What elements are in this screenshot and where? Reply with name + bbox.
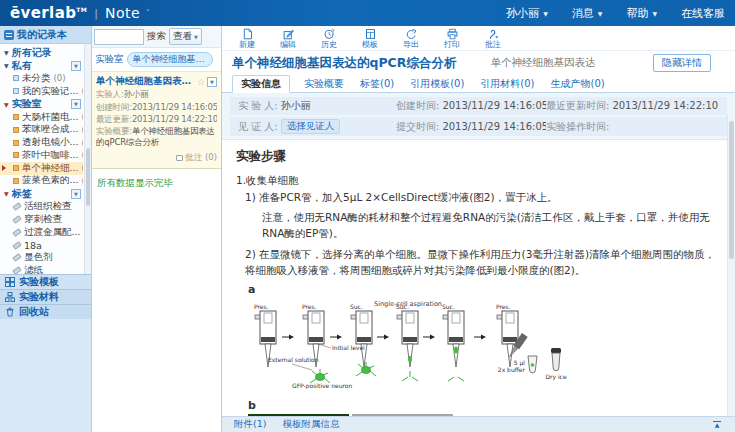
tag-icon bbox=[12, 228, 21, 237]
tree-item-ecoli[interactable]: 大肠杆菌电...(5) bbox=[0, 111, 83, 124]
tree-item-spinach-pigment[interactable]: 菠菜色素的...(1) bbox=[0, 175, 83, 188]
card-created-row: 创建时间:2013/11/29 14:16:05 bbox=[96, 101, 217, 114]
tree-category-private[interactable]: ▼ 私有 ▼ bbox=[0, 59, 83, 72]
card-owner-row: 实验人:孙小丽 bbox=[96, 88, 217, 101]
experiment-card-title[interactable]: 单个神经细胞基因表达... bbox=[96, 75, 195, 88]
tag-item-transition-metal[interactable]: 过渡金属配... bbox=[0, 226, 83, 239]
tag-icon bbox=[12, 266, 21, 274]
help-menu[interactable]: 帮助▼ bbox=[626, 6, 657, 21]
card-annotation-link[interactable]: 批注 (0) bbox=[96, 152, 217, 164]
tab-tags[interactable]: 标签(0) bbox=[358, 76, 396, 92]
tree-item-uncategorized[interactable]: 未分类(0) bbox=[0, 72, 83, 85]
filter-chip[interactable]: 单个神经细胞基因表达 bbox=[127, 52, 213, 67]
attachments-link[interactable]: 附件(1) bbox=[234, 418, 266, 431]
sidebar-header: 我的记录本 bbox=[0, 26, 91, 44]
tree-item-imidazole[interactable]: 苯咪唑合成...(7) bbox=[0, 123, 83, 136]
user-menu[interactable]: 孙小丽▼ bbox=[506, 6, 548, 21]
materials-icon bbox=[5, 292, 15, 302]
single-cell-aspiration-diagram: Single-cell aspiration Pres. Pres. Suc. … bbox=[248, 299, 578, 389]
tag-item-chromogenic[interactable]: 显色剂 bbox=[0, 252, 83, 265]
sidebar-item-recycle-bin[interactable]: 回收站 bbox=[0, 304, 91, 319]
notebook-square-icon bbox=[13, 152, 19, 158]
step-1: 1) 准备PCR管，加入5μL 2×CellsDirect缓冲液(图2)，置于冰… bbox=[236, 190, 721, 206]
history-button[interactable]: 历史 bbox=[316, 28, 342, 50]
new-button[interactable]: 新建 bbox=[234, 28, 260, 50]
tag-item-filter-paper[interactable]: 滤纸 bbox=[0, 264, 83, 274]
category-menu-button[interactable]: ▼ bbox=[71, 99, 81, 109]
online-support-link[interactable]: 在线客服 bbox=[681, 6, 725, 21]
tree-item-tem[interactable]: 透射电镜小...(0) bbox=[0, 136, 83, 149]
tab-cited-templates[interactable]: 引用模板(0) bbox=[408, 76, 466, 92]
svg-text:Suc.: Suc. bbox=[396, 303, 409, 310]
tag-item-puncture[interactable]: 穿刺检查 bbox=[0, 213, 83, 226]
svg-text:Pres.: Pres. bbox=[254, 303, 269, 310]
notebook-tree: ▼ 所有记录 ▼ 私有 ▼ 未分类(0) 我的实验记...(1) ▼ 实验室 ▼ bbox=[0, 44, 91, 274]
view-dropdown[interactable]: 查看▼ bbox=[169, 28, 202, 45]
chevron-down-icon: ▼ bbox=[598, 10, 603, 17]
tag-item-biopsy[interactable]: 活组织检查 bbox=[0, 200, 83, 213]
notebook-square-icon bbox=[13, 127, 19, 133]
everlab-note-app: { "topbar": { "logo": "ēverlab", "tm": "… bbox=[0, 0, 735, 432]
search-input[interactable] bbox=[94, 29, 144, 45]
notebook-square-icon bbox=[13, 114, 19, 120]
star-icon[interactable]: ☆ bbox=[197, 77, 205, 87]
submitted-value: 2013/11/29 14:16:05 bbox=[442, 121, 546, 132]
tab-cited-materials[interactable]: 引用材料(0) bbox=[478, 76, 536, 92]
edit-button[interactable]: 编辑 bbox=[275, 28, 301, 50]
annotate-button[interactable]: 批注 bbox=[480, 28, 506, 50]
template-info-link[interactable]: 模板附属信息 bbox=[282, 418, 339, 431]
detail-tabs: 实验信息 实验概要 标签(0) 引用模板(0) 引用材料(0) 生成产物(0) bbox=[222, 74, 735, 93]
everlab-logo: ēverlabTM bbox=[10, 4, 87, 22]
select-witness-button[interactable]: 选择见证人 bbox=[281, 119, 341, 134]
dry-ice-label: Dry ice bbox=[545, 373, 567, 381]
notebook-icon bbox=[4, 30, 14, 40]
main-scrollbar[interactable] bbox=[727, 115, 735, 416]
trash-icon bbox=[5, 307, 15, 317]
tag-item-18a[interactable]: 18a bbox=[0, 239, 83, 252]
tree-all-records[interactable]: ▼ 所有记录 bbox=[0, 46, 83, 59]
filter-chip-row: 实验室 单个神经细胞基因表达 bbox=[92, 48, 221, 72]
sidebar-scrollbar-thumb[interactable] bbox=[86, 148, 90, 206]
export-button[interactable]: 导出 bbox=[398, 28, 424, 50]
category-menu-button[interactable]: ▼ bbox=[71, 61, 81, 71]
hide-details-button[interactable]: 隐藏详情 bbox=[653, 54, 711, 72]
product-switcher-chevron-icon[interactable]: ˅ bbox=[146, 9, 150, 17]
all-data-loaded-message: 所有数据显示完毕 bbox=[92, 169, 221, 198]
tree-category-lab[interactable]: ▼ 实验室 ▼ bbox=[0, 98, 83, 111]
info-row-2: 见 证 人:选择见证人 提交时间:2013/11/29 14:16:05 实验操… bbox=[230, 117, 727, 136]
tree-category-tags[interactable]: ▼ 标签 ▼ bbox=[0, 187, 83, 200]
experiment-card-selected[interactable]: 单个神经细胞基因表达... ☆ ▼ 实验人:孙小丽 创建时间:2013/11/2… bbox=[92, 72, 221, 169]
messages-menu[interactable]: 消息▼ bbox=[572, 6, 603, 21]
tab-experiment-summary[interactable]: 实验概要 bbox=[302, 76, 346, 92]
search-button[interactable]: 搜索 bbox=[147, 30, 166, 43]
logo-divider: | bbox=[94, 7, 98, 20]
figure-b-label: b bbox=[248, 398, 721, 415]
sidebar-item-materials[interactable]: 实验材料 bbox=[0, 289, 91, 304]
info-row-1: 实 验 人:孙小丽 创建时间:2013/11/29 14:16:05 最近更新时… bbox=[230, 97, 727, 115]
created-value: 2013/11/29 14:16:05 bbox=[442, 100, 546, 111]
page-subtitle: 单个神经细胞基因表达 bbox=[490, 56, 595, 70]
svg-text:2x buffer: 2x buffer bbox=[498, 366, 526, 373]
sidebar-scrollbar[interactable] bbox=[84, 44, 91, 274]
scroll-top-icon[interactable]: ▲ bbox=[711, 421, 723, 428]
triangle-down-icon: ▼ bbox=[4, 101, 9, 108]
owner-value: 孙小丽 bbox=[281, 99, 311, 113]
sidebar-item-templates[interactable]: 实验模板 bbox=[0, 274, 91, 289]
triangle-down-icon: ▼ bbox=[4, 49, 9, 56]
tree-item-single-neuron-selected[interactable]: 单个神经细...(1) bbox=[0, 162, 83, 175]
app-body: 我的记录本 ▼ 所有记录 ▼ 私有 ▼ 未分类(0) 我的实验记...(1) ▼ bbox=[0, 26, 735, 432]
main-scrollbar-thumb[interactable] bbox=[729, 121, 734, 259]
page-title: 单个神经细胞基因表达的qPCR综合分析 bbox=[232, 55, 456, 72]
experiment-info-panel: 实 验 人:孙小丽 创建时间:2013/11/29 14:16:05 最近更新时… bbox=[222, 93, 735, 140]
collapse-card-button[interactable]: ▼ bbox=[207, 77, 217, 87]
category-menu-button[interactable]: ▼ bbox=[71, 189, 81, 199]
template-button[interactable]: 模板 bbox=[357, 28, 383, 50]
print-button[interactable]: 打印 bbox=[439, 28, 465, 50]
figure-a-label: a bbox=[248, 282, 721, 299]
tab-experiment-info[interactable]: 实验信息 bbox=[232, 75, 290, 93]
top-bar: ēverlabTM | Note ˅ 孙小丽▼ 消息▼ 帮助▼ 在线客服 bbox=[0, 0, 735, 26]
tree-item-my-experiments[interactable]: 我的实验记...(1) bbox=[0, 85, 83, 98]
tree-item-tea-caffeine[interactable]: 茶叶中咖啡...(2) bbox=[0, 149, 83, 162]
initial-level-label: Initial level bbox=[332, 344, 365, 351]
tab-products[interactable]: 生成产物(0) bbox=[549, 76, 607, 92]
